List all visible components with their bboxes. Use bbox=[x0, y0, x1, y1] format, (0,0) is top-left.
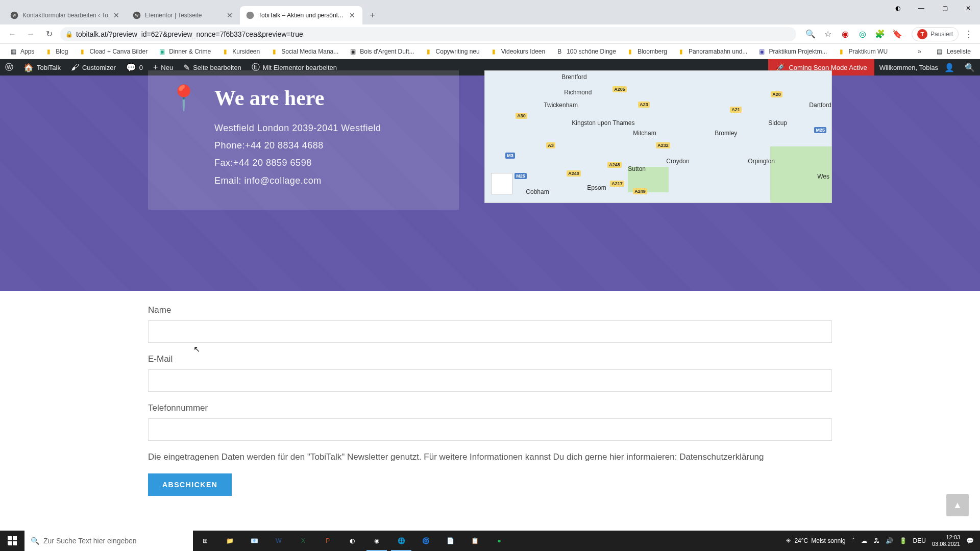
url-text: tobitalk.at/?preview_id=627&preview_nonc… bbox=[76, 30, 303, 38]
bookmark-item[interactable]: ▮Kursideen bbox=[217, 45, 264, 58]
site-icon: B bbox=[555, 47, 564, 56]
name-input[interactable] bbox=[148, 320, 832, 343]
user-menu[interactable]: Willkommen, Tobias👤 bbox=[874, 59, 960, 76]
spotify-icon[interactable]: ● bbox=[487, 531, 511, 551]
site-name[interactable]: 🏠TobiTalk bbox=[18, 59, 66, 76]
map-control-button[interactable] bbox=[491, 173, 512, 194]
extensions-menu-icon[interactable]: 🧩 bbox=[875, 29, 885, 39]
wp-logo[interactable]: ⓦ bbox=[0, 59, 18, 76]
weather-widget[interactable]: ☀ 24°C Meist sonnig bbox=[786, 537, 845, 544]
extension-icon[interactable]: ◎ bbox=[857, 29, 868, 39]
phone-input[interactable] bbox=[148, 418, 832, 441]
submit-button[interactable]: Abschicken bbox=[148, 473, 232, 496]
chrome-menu-button[interactable]: ⋮ bbox=[963, 29, 975, 40]
sun-icon: ☀ bbox=[786, 537, 791, 544]
maximize-button[interactable]: ▢ bbox=[933, 0, 957, 16]
form-disclaimer: Die eingetragenen Daten werden für den "… bbox=[148, 452, 832, 462]
scroll-to-top-button[interactable]: ▲ bbox=[946, 494, 969, 516]
clock[interactable]: 12:03 03.08.2021 bbox=[932, 534, 960, 547]
bookmark-item[interactable]: ▮Cload + Canva Bilder bbox=[74, 45, 152, 58]
bookmark-item[interactable]: ▮Blog bbox=[40, 45, 72, 58]
location-phone: Phone:+44 20 8834 4688 bbox=[214, 137, 381, 154]
reload-button[interactable]: ↻ bbox=[42, 27, 56, 41]
bookmark-item[interactable]: B100 schöne Dinge bbox=[551, 45, 620, 58]
account-icon[interactable]: ◐ bbox=[886, 0, 910, 16]
address-bar[interactable]: 🔒 tobitalk.at/?preview_id=627&preview_no… bbox=[60, 27, 796, 41]
profile-button[interactable]: T Pausiert bbox=[912, 27, 959, 41]
zoom-icon[interactable]: 🔍 bbox=[805, 29, 816, 39]
name-label: Name bbox=[148, 305, 832, 315]
close-icon[interactable]: ✕ bbox=[348, 11, 356, 19]
browser-tab-2[interactable]: W Elementor | Testseite ✕ bbox=[127, 6, 240, 24]
site-icon: ▣ bbox=[757, 47, 766, 56]
close-icon[interactable]: ✕ bbox=[226, 11, 234, 19]
email-label: E-Mail bbox=[148, 354, 832, 364]
volume-icon[interactable]: 🔊 bbox=[886, 537, 893, 544]
folder-icon: ▮ bbox=[837, 47, 845, 56]
bookmark-item[interactable]: ▣Dinner & Crime bbox=[154, 45, 215, 58]
app-icon[interactable]: ◐ bbox=[340, 531, 364, 551]
language-indicator[interactable]: DEU bbox=[913, 537, 926, 544]
notifications-icon[interactable]: 💬 bbox=[966, 537, 974, 544]
app-icon[interactable]: 📋 bbox=[462, 531, 487, 551]
bookmark-item[interactable]: ▮Praktikum WU bbox=[833, 45, 892, 58]
site-icon: ▣ bbox=[158, 47, 166, 56]
close-icon[interactable]: ✕ bbox=[112, 11, 120, 19]
reading-list-button[interactable]: ▤Leseliste bbox=[932, 45, 975, 58]
tray-chevron-icon[interactable]: ˄ bbox=[852, 537, 855, 544]
edge-icon[interactable]: 🌀 bbox=[413, 531, 438, 551]
location-address: Westfield London 2039-2041 Westfield bbox=[214, 119, 381, 137]
folder-icon: ▮ bbox=[677, 47, 685, 56]
new-tab-button[interactable]: + bbox=[365, 8, 380, 22]
obs-icon[interactable]: ◉ bbox=[364, 531, 389, 551]
extension-icon[interactable]: ◉ bbox=[840, 29, 850, 39]
comments-link[interactable]: 💬0 bbox=[121, 59, 148, 76]
embedded-map[interactable]: Brentford Richmond Twickenham Kingston u… bbox=[484, 70, 832, 203]
onedrive-icon[interactable]: ☁ bbox=[861, 537, 867, 544]
bookmark-item[interactable]: ▮Bloomberg bbox=[622, 45, 671, 58]
chrome-icon[interactable]: 🌐 bbox=[389, 531, 413, 551]
bookmarks-overflow[interactable]: » bbox=[914, 45, 925, 58]
windows-taskbar: 🔍Zur Suche Text hier eingeben ⊞ 📁 📧 W X … bbox=[0, 531, 980, 551]
word-icon[interactable]: W bbox=[266, 531, 291, 551]
bookmark-item[interactable]: ▮Social Media Mana... bbox=[266, 45, 342, 58]
search-toggle[interactable]: 🔍 bbox=[960, 59, 980, 76]
powerpoint-icon[interactable]: P bbox=[315, 531, 340, 551]
svg-text:W: W bbox=[135, 13, 139, 18]
map-pin-icon: 📍 bbox=[168, 86, 199, 189]
close-window-button[interactable]: ✕ bbox=[957, 0, 980, 16]
avatar-icon: 👤 bbox=[944, 63, 954, 72]
location-fax: Fax:+44 20 8859 6598 bbox=[214, 154, 381, 171]
bookmark-star-icon[interactable]: ☆ bbox=[823, 29, 833, 39]
battery-icon[interactable]: 🔋 bbox=[899, 537, 907, 544]
browser-tab-3[interactable]: TobiTalk – Aktien und persönlich ✕ bbox=[240, 6, 362, 24]
customizer-link[interactable]: 🖌Customizer bbox=[66, 59, 121, 76]
bookmark-icon[interactable]: 🔖 bbox=[892, 29, 902, 39]
bookmark-item[interactable]: ▮Copywriting neu bbox=[421, 45, 484, 58]
location-heading: We are here bbox=[214, 86, 381, 110]
site-icon: ▣ bbox=[349, 47, 357, 56]
app-icon[interactable]: 📄 bbox=[438, 531, 462, 551]
bookmark-item[interactable]: ▣Praktikum Projektm... bbox=[753, 45, 831, 58]
bookmark-item[interactable]: ▣Bois d'Argent Duft... bbox=[345, 45, 418, 58]
apps-button[interactable]: ▦Apps bbox=[5, 45, 38, 58]
phone-label: Telefonnummer bbox=[148, 403, 832, 413]
search-icon: 🔍 bbox=[31, 537, 39, 545]
mail-icon[interactable]: 📧 bbox=[242, 531, 266, 551]
task-view-button[interactable]: ⊞ bbox=[193, 531, 217, 551]
back-button[interactable]: ← bbox=[5, 27, 19, 41]
forward-button[interactable]: → bbox=[23, 27, 38, 41]
bookmark-item[interactable]: ▮Panoramabahn und... bbox=[673, 45, 751, 58]
minimize-button[interactable]: — bbox=[910, 0, 933, 16]
network-icon[interactable]: 🖧 bbox=[873, 537, 879, 544]
svg-point-4 bbox=[247, 12, 254, 19]
file-explorer-icon[interactable]: 📁 bbox=[217, 531, 242, 551]
email-input[interactable] bbox=[148, 369, 832, 392]
folder-icon: ▮ bbox=[626, 47, 634, 56]
bookmark-item[interactable]: ▮Videokurs Ideen bbox=[486, 45, 550, 58]
start-button[interactable] bbox=[0, 531, 24, 551]
excel-icon[interactable]: X bbox=[291, 531, 315, 551]
folder-icon: ▮ bbox=[425, 47, 433, 56]
browser-tab-1[interactable]: W Kontaktformular bearbeiten ‹ To ✕ bbox=[4, 6, 127, 24]
taskbar-search[interactable]: 🔍Zur Suche Text hier eingeben bbox=[24, 531, 193, 551]
